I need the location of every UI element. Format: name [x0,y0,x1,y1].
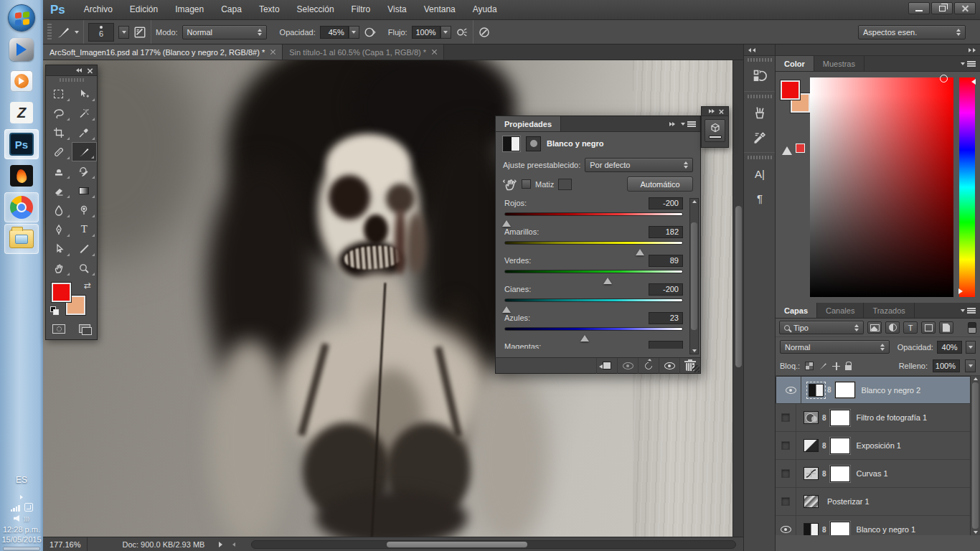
close-panel-icon[interactable] [88,67,93,72]
show-desktop-button[interactable] [3,547,40,551]
clip-to-layer-button[interactable] [596,358,617,374]
opacity-arrow[interactable] [349,26,359,39]
zoom-level-field[interactable]: 177.16% [43,537,88,551]
close-button[interactable] [954,2,976,14]
layer-blend-mode-select[interactable]: Normal [780,340,890,354]
scroll-down-icon[interactable] [692,349,697,352]
menu-edicion[interactable]: Edición [121,0,166,19]
foreground-color-swatch[interactable] [781,80,800,100]
tab-color[interactable]: Color [776,56,814,71]
canvas-horizontal-scrollbar[interactable] [251,540,736,549]
adjustment-thumbnail[interactable] [804,439,819,452]
opacity-combo[interactable]: 45% [320,26,359,39]
filter-smart-objects-button[interactable] [939,321,953,334]
layer-mask-thumbnail[interactable] [830,466,850,482]
filter-pixel-layers-button[interactable] [867,321,882,334]
dodge-tool[interactable] [72,200,98,220]
adjustment-thumbnail[interactable] [804,411,819,424]
restore-button[interactable] [931,2,953,14]
hue-marker-top[interactable] [969,79,976,85]
blend-mode-select[interactable]: Normal [182,25,267,39]
layer-name[interactable]: Posterizar 1 [827,497,870,506]
menu-vista[interactable]: Vista [379,0,415,19]
opacity-value[interactable]: 45% [320,26,349,39]
tab-trazados[interactable]: Trazados [864,303,914,318]
targeted-adjustment-icon[interactable] [503,177,517,192]
history-brush-tool[interactable] [72,161,98,181]
panel-grip[interactable] [60,78,84,82]
color-picker-field[interactable] [810,77,953,297]
properties-tab[interactable]: Propiedades [496,116,561,131]
tab-canales[interactable]: Canales [817,303,864,318]
line-tool[interactable] [72,239,98,258]
doc-tab-2[interactable]: Sin título-1 al 60.5% (Capa 1, RGB/8) * [283,44,444,60]
filter-type-select[interactable]: Tipo [779,321,864,334]
filter-adjustment-layers-button[interactable] [885,321,900,334]
layer-mask-thumbnail[interactable] [830,522,850,536]
healing-brush-tool[interactable] [46,142,72,161]
expand-icons[interactable] [709,109,715,113]
adjustment-thumbnail[interactable] [809,384,824,397]
slider-value[interactable]: 89 [649,255,683,267]
paragraph-panel-button[interactable]: ¶ [744,186,776,210]
taskbar-item-photoshop[interactable]: Ps [4,129,39,159]
visibility-well[interactable] [776,488,796,515]
blur-tool[interactable] [46,200,72,220]
doc-tab-2-close-icon[interactable] [432,50,437,55]
zoom-tool[interactable] [72,258,98,278]
slider-value[interactable] [649,341,683,349]
layer-fill-value[interactable]: 100% [933,359,960,372]
layer-mask-thumbnail[interactable] [830,438,850,454]
canvas-vertical-scrollbar[interactable] [732,60,743,537]
layer-row-posterizar-1[interactable]: Posterizar 1 [776,488,980,516]
status-menu-icon[interactable] [219,542,222,547]
layer-fill-arrow[interactable] [965,359,976,372]
taskbar-item-chrome[interactable] [4,192,39,222]
panel-menu-icon[interactable] [961,56,980,71]
layer-row-exposicion-1[interactable]: 8 Exposición 1 [776,432,980,460]
network-icon[interactable] [11,505,20,512]
menu-imagen[interactable]: Imagen [166,0,212,19]
collapse-panel-icon[interactable] [76,68,82,72]
reset-button[interactable] [638,358,659,374]
visibility-well[interactable] [776,432,796,459]
clone-stamp-tool[interactable] [46,161,72,181]
brush-tool-icon[interactable] [56,25,70,39]
expand-dock-icon[interactable] [748,48,751,52]
panel-grip[interactable] [748,95,772,98]
marquee-tool[interactable] [46,84,72,103]
auto-button[interactable]: Automático [627,176,693,192]
slider-value[interactable]: 182 [649,226,683,238]
menu-capa[interactable]: Capa [212,0,250,19]
doc-tab-1[interactable]: ArcSoft_Imagen16.psd al 177% (Blanco y n… [43,44,283,60]
tab-capas[interactable]: Capas [776,303,817,318]
type-tool[interactable]: T [72,220,98,239]
volume-icon[interactable] [14,515,19,522]
doc-tab-1-close-icon[interactable] [270,50,275,55]
menu-seleccion[interactable]: Selección [288,0,343,19]
taskbar-item-explorer[interactable] [4,224,39,254]
tab-muestras[interactable]: Muestras [814,56,864,71]
minimize-button[interactable] [908,2,930,14]
filter-shape-layers-button[interactable] [921,321,936,334]
slider-track[interactable] [504,241,683,245]
taskbar-item-burner[interactable] [4,161,39,191]
expand-dock-icon[interactable] [753,48,755,52]
collapse-dock-icon[interactable] [969,48,971,52]
preset-select[interactable]: Por defecto [585,158,693,172]
scroll-up-icon[interactable] [974,377,978,380]
eraser-tool[interactable] [46,181,72,200]
brush-presets-panel-button[interactable] [744,100,776,125]
brush-panel-button[interactable] [744,125,776,149]
layer-row-blanco-y-negro-1[interactable]: 8 Blanco y negro 1 [776,516,980,535]
layer-mask-thumbnail[interactable] [830,410,850,426]
menu-archivo[interactable]: Archivo [75,0,121,19]
brush-preset-arrow[interactable] [118,26,129,39]
collapse-dock-icon[interactable] [973,48,976,52]
panel-menu-icon[interactable] [961,303,980,318]
adjustment-thumbnail[interactable] [804,495,819,508]
taskbar-item-zbrush[interactable]: Z [4,98,39,128]
layers-scrollbar[interactable] [970,376,980,535]
lasso-tool[interactable] [46,103,72,123]
hue-marker-bottom[interactable] [958,288,966,294]
